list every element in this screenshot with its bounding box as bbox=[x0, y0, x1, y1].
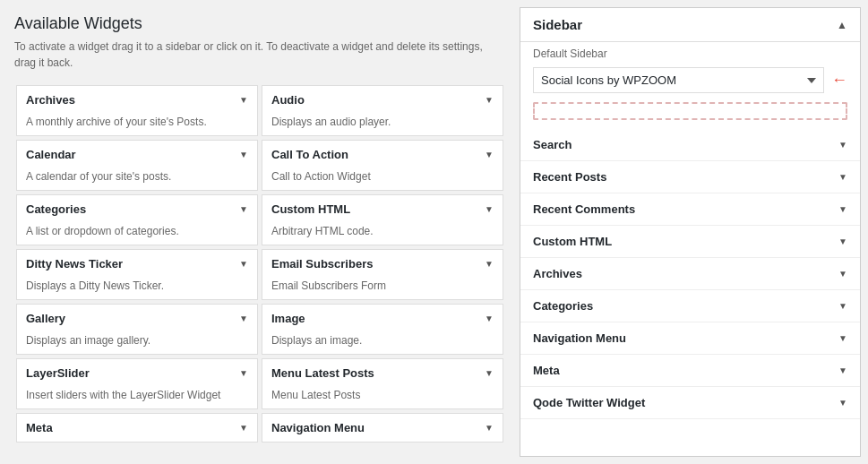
sidebar-item-recent-posts[interactable]: Recent Posts ▼ bbox=[520, 161, 860, 193]
sidebar-item-categories[interactable]: Categories ▼ bbox=[520, 290, 860, 322]
sidebar-widget-chevron-archives: ▼ bbox=[838, 269, 847, 279]
widget-title-custom-html: Custom HTML bbox=[271, 202, 350, 216]
widget-chevron-categories: ▼ bbox=[239, 204, 248, 214]
sidebar-item-qode-twitter-widget[interactable]: Qode Twitter Widget ▼ bbox=[520, 387, 860, 419]
widget-item-navigation-menu[interactable]: Navigation Menu ▼ bbox=[262, 413, 503, 443]
sidebar-widget-name-custom-html: Custom HTML bbox=[533, 235, 612, 248]
widget-item-layerslider[interactable]: LayerSlider ▼ Insert sliders with the La… bbox=[16, 358, 258, 409]
widget-header-audio[interactable]: Audio ▼ bbox=[262, 86, 503, 114]
widget-title-email-subscribers: Email Subscribers bbox=[271, 257, 373, 271]
sidebar-item-meta[interactable]: Meta ▼ bbox=[520, 355, 860, 387]
widget-chevron-menu-latest-posts: ▼ bbox=[485, 368, 494, 378]
widget-title-meta: Meta bbox=[26, 421, 53, 434]
page-title: Available Widgets bbox=[14, 14, 505, 33]
widget-header-navigation-menu[interactable]: Navigation Menu ▼ bbox=[262, 414, 503, 442]
widget-title-categories: Categories bbox=[26, 202, 86, 216]
widget-item-meta[interactable]: Meta ▼ bbox=[16, 413, 258, 443]
sidebar-widget-name-recent-posts: Recent Posts bbox=[533, 170, 606, 184]
widget-title-call-to-action: Call To Action bbox=[271, 148, 348, 161]
widget-chevron-calendar: ▼ bbox=[239, 150, 248, 159]
arrow-indicator: ← bbox=[831, 71, 847, 90]
widget-title-image: Image bbox=[271, 312, 305, 325]
widget-header-custom-html[interactable]: Custom HTML ▼ bbox=[262, 195, 503, 223]
widget-desc-custom-html: Arbitrary HTML code. bbox=[262, 223, 503, 245]
sidebar-widget-chevron-search: ▼ bbox=[838, 140, 847, 150]
sidebar-widget-list: Search ▼ Recent Posts ▼ Recent Comments … bbox=[520, 129, 860, 419]
widget-item-audio[interactable]: Audio ▼ Displays an audio player. bbox=[262, 85, 503, 136]
widget-chevron-image: ▼ bbox=[485, 314, 494, 323]
sidebar-item-navigation-menu[interactable]: Navigation Menu ▼ bbox=[520, 322, 860, 355]
widget-chevron-ditty-news-ticker: ▼ bbox=[239, 259, 248, 269]
main-layout: Available Widgets To activate a widget d… bbox=[0, 0, 868, 464]
sidebar-panel: Sidebar ▲ Default Sidebar Social Icons b… bbox=[520, 7, 861, 457]
sidebar-widget-name-navigation-menu: Navigation Menu bbox=[533, 331, 626, 345]
widget-item-categories[interactable]: Categories ▼ A list or dropdown of categ… bbox=[16, 194, 258, 245]
widget-desc-audio: Displays an audio player. bbox=[262, 114, 503, 135]
sidebar-subtitle: Default Sidebar bbox=[520, 42, 860, 64]
sidebar-header: Sidebar ▲ bbox=[520, 8, 860, 42]
widget-header-gallery[interactable]: Gallery ▼ bbox=[17, 305, 257, 332]
sidebar-widget-name-archives: Archives bbox=[533, 267, 582, 280]
widget-chevron-gallery: ▼ bbox=[239, 314, 248, 323]
widget-item-calendar[interactable]: Calendar ▼ A calendar of your site's pos… bbox=[16, 140, 258, 191]
widget-desc-layerslider: Insert sliders with the LayerSlider Widg… bbox=[17, 387, 257, 408]
widget-item-image[interactable]: Image ▼ Displays an image. bbox=[262, 304, 503, 355]
widget-chevron-custom-html: ▼ bbox=[485, 204, 494, 214]
widget-title-navigation-menu: Navigation Menu bbox=[271, 421, 365, 434]
widget-desc-calendar: A calendar of your site's posts. bbox=[17, 168, 257, 190]
sidebar-collapse-icon[interactable]: ▲ bbox=[837, 19, 847, 31]
widget-item-gallery[interactable]: Gallery ▼ Displays an image gallery. bbox=[16, 304, 258, 355]
sidebar-widget-name-meta: Meta bbox=[533, 364, 560, 377]
widget-desc-ditty-news-ticker: Displays a Ditty News Ticker. bbox=[17, 278, 257, 299]
sidebar-widget-name-recent-comments: Recent Comments bbox=[533, 202, 635, 216]
available-widgets-panel: Available Widgets To activate a widget d… bbox=[0, 0, 520, 464]
sidebar-item-recent-comments[interactable]: Recent Comments ▼ bbox=[520, 193, 860, 226]
sidebar-widget-chevron-recent-comments: ▼ bbox=[838, 204, 847, 214]
sidebar-widget-chevron-meta: ▼ bbox=[838, 365, 847, 375]
sidebar-title: Sidebar bbox=[533, 17, 582, 32]
sidebar-item-search[interactable]: Search ▼ bbox=[520, 129, 860, 161]
sidebar-widget-name-categories: Categories bbox=[533, 299, 593, 313]
widget-desc-menu-latest-posts: Menu Latest Posts bbox=[262, 387, 503, 408]
widget-item-call-to-action[interactable]: Call To Action ▼ Call to Action Widget bbox=[262, 140, 503, 191]
widget-desc-call-to-action: Call to Action Widget bbox=[262, 168, 503, 190]
widget-header-email-subscribers[interactable]: Email Subscribers ▼ bbox=[262, 250, 503, 278]
sidebar-widget-name-search: Search bbox=[533, 138, 572, 151]
widget-header-menu-latest-posts[interactable]: Menu Latest Posts ▼ bbox=[262, 359, 503, 387]
sidebar-widget-chevron-qode-twitter-widget: ▼ bbox=[838, 398, 847, 408]
widget-item-archives[interactable]: Archives ▼ A monthly archive of your sit… bbox=[16, 85, 258, 136]
widget-chevron-audio: ▼ bbox=[485, 95, 494, 105]
widget-header-meta[interactable]: Meta ▼ bbox=[17, 414, 257, 442]
page-subtitle: To activate a widget drag it to a sideba… bbox=[14, 39, 505, 71]
widget-chevron-archives: ▼ bbox=[239, 95, 248, 105]
sidebar-widget-name-qode-twitter-widget: Qode Twitter Widget bbox=[533, 396, 645, 409]
widget-chevron-meta: ▼ bbox=[239, 423, 248, 433]
sidebar-item-custom-html[interactable]: Custom HTML ▼ bbox=[520, 226, 860, 258]
widget-desc-email-subscribers: Email Subscribers Form bbox=[262, 278, 503, 299]
widget-chevron-email-subscribers: ▼ bbox=[485, 259, 494, 269]
widget-header-archives[interactable]: Archives ▼ bbox=[17, 86, 257, 114]
widget-item-menu-latest-posts[interactable]: Menu Latest Posts ▼ Menu Latest Posts bbox=[262, 358, 503, 409]
sidebar-widget-chevron-categories: ▼ bbox=[838, 301, 847, 311]
widget-header-call-to-action[interactable]: Call To Action ▼ bbox=[262, 141, 503, 168]
widget-item-custom-html[interactable]: Custom HTML ▼ Arbitrary HTML code. bbox=[262, 194, 503, 245]
widget-title-menu-latest-posts: Menu Latest Posts bbox=[271, 366, 374, 380]
sidebar-select-row: Social Icons by WPZOOM ← bbox=[520, 64, 860, 102]
widget-title-ditty-news-ticker: Ditty News Ticker bbox=[26, 257, 123, 271]
widget-header-ditty-news-ticker[interactable]: Ditty News Ticker ▼ bbox=[17, 250, 257, 278]
widget-header-layerslider[interactable]: LayerSlider ▼ bbox=[17, 359, 257, 387]
widget-desc-archives: A monthly archive of your site's Posts. bbox=[17, 114, 257, 135]
sidebar-widget-chevron-custom-html: ▼ bbox=[838, 236, 847, 246]
widget-header-image[interactable]: Image ▼ bbox=[262, 305, 503, 332]
widget-title-layerslider: LayerSlider bbox=[26, 366, 90, 380]
widget-item-ditty-news-ticker[interactable]: Ditty News Ticker ▼ Displays a Ditty New… bbox=[16, 249, 258, 300]
widget-chevron-call-to-action: ▼ bbox=[485, 150, 494, 159]
widget-desc-categories: A list or dropdown of categories. bbox=[17, 223, 257, 245]
sidebar-widget-chevron-recent-posts: ▼ bbox=[838, 172, 847, 182]
sidebar-item-archives[interactable]: Archives ▼ bbox=[520, 258, 860, 290]
widget-chevron-layerslider: ▼ bbox=[239, 368, 248, 378]
widget-header-calendar[interactable]: Calendar ▼ bbox=[17, 141, 257, 168]
widget-header-categories[interactable]: Categories ▼ bbox=[17, 195, 257, 223]
widget-item-email-subscribers[interactable]: Email Subscribers ▼ Email Subscribers Fo… bbox=[262, 249, 503, 300]
sidebar-select[interactable]: Social Icons by WPZOOM bbox=[533, 67, 824, 93]
